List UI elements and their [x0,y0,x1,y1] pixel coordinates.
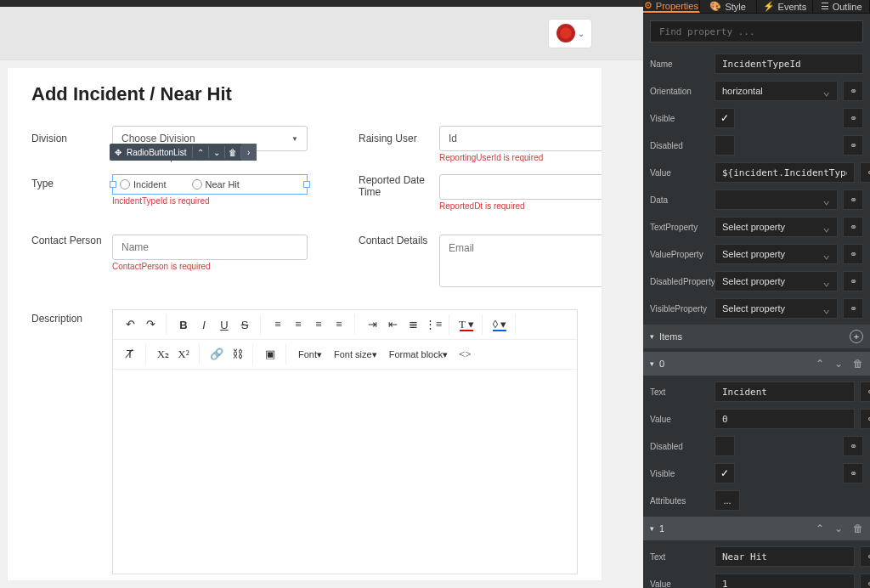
bind-icon[interactable]: ⚭ [860,546,870,567]
raising-user-dropdown[interactable]: Id [439,126,602,151]
bind-icon[interactable]: ⚭ [843,298,863,319]
underline-icon[interactable]: U [214,314,234,335]
item0-disabled-checkbox[interactable] [715,436,735,456]
item1-label-value: Value [650,580,709,589]
link-icon[interactable]: 🔗 [206,344,227,365]
delete-icon[interactable]: 🗑 [853,523,863,534]
align-justify-icon[interactable]: ≡ [329,314,349,335]
item0-attributes-button[interactable]: ... [715,490,740,511]
editor-content[interactable] [113,370,577,574]
chevron-down-icon[interactable]: ▾ [650,332,654,341]
bind-icon[interactable]: ⚭ [860,409,870,429]
prop-visibleprop-select[interactable]: Select property [715,298,838,319]
item-1-header[interactable]: ▾ 1 ⌃ ⌄ 🗑 [643,517,870,540]
text-color-icon[interactable]: T ▾ [456,314,477,335]
item0-text-input[interactable] [715,382,855,402]
indent-icon[interactable]: ⇥ [362,314,382,335]
move-up-icon[interactable]: ⌃ [816,358,824,370]
italic-icon[interactable]: I [194,314,214,335]
ordered-list-icon[interactable]: ≣ [403,314,423,335]
strike-icon[interactable]: S [234,314,255,335]
item0-value-input[interactable] [715,409,855,429]
page-content: Add Incident / Near Hit Division Choose … [7,67,602,581]
bind-icon[interactable]: ⚭ [843,271,863,291]
move-down-icon[interactable]: ⌄ [834,523,843,534]
radio-option-incident[interactable]: Incident [120,179,167,189]
unordered-list-icon[interactable]: ⋮≡ [423,314,443,335]
item1-text-input[interactable] [715,546,855,567]
radio-option-nearhit[interactable]: Near Hit [192,179,240,189]
label-reported: Reported Date Time [359,162,431,198]
delete-icon[interactable]: 🗑 [225,144,240,161]
clear-format-icon[interactable]: T̸ [120,344,140,365]
bind-icon[interactable]: ⚭ [843,81,863,101]
fontsize-dropdown[interactable]: Font size ▾ [329,344,382,365]
tab-events[interactable]: ⚡Events [757,0,814,13]
align-center-icon[interactable]: ≡ [288,314,308,335]
prop-disabledprop-select[interactable]: Select property [715,271,838,291]
label-description: Description [31,309,104,574]
items-section-header[interactable]: ▾ Items + [643,325,870,348]
radio-button-list[interactable]: Incident Near Hit [112,174,308,195]
prop-label-textprop: TextProperty [650,223,709,232]
align-left-icon[interactable]: ≡ [268,314,288,335]
bind-icon[interactable]: ⚭ [860,574,870,588]
bind-icon[interactable]: ⚭ [843,436,863,456]
nav-down-icon[interactable]: ⌄ [209,144,224,161]
outdent-icon[interactable]: ⇤ [382,314,403,335]
item0-label-value: Value [650,415,709,424]
align-right-icon[interactable]: ≡ [308,314,329,335]
prop-value-input[interactable] [715,162,855,183]
editor-toolbar-row2: T̸ X₂ X² 🔗 ⛓ ▣ Font ▾ Font size ▾ [113,340,577,370]
bind-icon[interactable]: ⚭ [843,217,863,237]
bind-icon[interactable]: ⚭ [860,382,870,402]
tab-properties[interactable]: ⚙Properties [643,0,700,13]
item0-label-text: Text [650,387,709,397]
prop-valueprop-select[interactable]: Select property [715,244,838,264]
user-menu[interactable]: ⌄ [548,19,592,48]
outline-icon: ☰ [821,1,829,12]
chevron-down-icon[interactable]: ▾ [650,359,654,368]
prop-visible-checkbox[interactable]: ✓ [715,108,735,128]
item-0-header[interactable]: ▾ 0 ⌃ ⌄ 🗑 [643,352,870,376]
tab-outline[interactable]: ☰Outline [813,0,870,13]
move-up-icon[interactable]: ⌃ [816,523,824,534]
prop-orientation-select[interactable]: horizontal [715,81,838,101]
reported-datepicker[interactable] [439,174,602,200]
redo-icon[interactable]: ↷ [140,314,161,335]
move-handle-icon[interactable]: ✥ [110,144,127,161]
item0-visible-checkbox[interactable]: ✓ [715,463,735,483]
formatblock-dropdown[interactable]: Format block ▾ [384,344,454,365]
contact-person-input[interactable] [112,235,308,260]
bind-icon[interactable]: ⚭ [843,135,863,155]
property-search-input[interactable] [650,20,863,42]
bind-icon[interactable]: ⚭ [843,189,863,210]
unlink-icon[interactable]: ⛓ [227,344,247,365]
font-dropdown[interactable]: Font ▾ [293,344,327,365]
prop-data-select[interactable] [715,189,838,210]
bind-icon[interactable]: ⚭ [843,108,863,128]
tab-style[interactable]: 🎨Style [700,0,757,13]
item1-value-input[interactable] [715,574,855,588]
superscript-icon[interactable]: X² [173,344,194,365]
prop-name-input[interactable] [715,54,863,74]
prop-disabled-checkbox[interactable] [715,135,735,155]
move-down-icon[interactable]: ⌄ [834,358,843,370]
image-icon[interactable]: ▣ [260,344,280,365]
contact-details-textarea[interactable] [439,235,602,287]
subscript-icon[interactable]: X₂ [153,344,173,365]
delete-icon[interactable]: 🗑 [853,358,863,370]
chevron-down-icon[interactable]: ▾ [650,524,654,533]
bg-color-icon[interactable]: ◊ ▾ [489,314,510,335]
undo-icon[interactable]: ↶ [120,314,140,335]
bind-icon[interactable]: ⚭ [843,244,863,264]
prop-textprop-select[interactable]: Select property [715,217,838,237]
source-icon[interactable]: <> [455,344,475,365]
label-raising-user: Raising User [359,126,431,144]
nav-right-icon[interactable]: › [241,144,257,161]
add-item-icon[interactable]: + [850,330,863,343]
bind-icon[interactable]: ⚭ [860,162,870,183]
nav-up-icon[interactable]: ⌃ [193,144,208,161]
bold-icon[interactable]: B [173,314,194,335]
bind-icon[interactable]: ⚭ [843,463,863,483]
